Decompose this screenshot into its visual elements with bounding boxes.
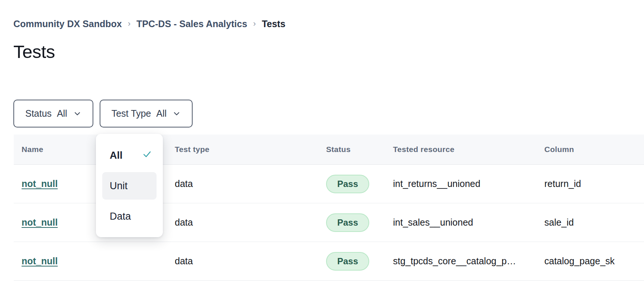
chevron-right-icon: › [253,19,256,29]
test-type-filter-button[interactable]: Test Type All [100,100,193,127]
breadcrumb-item-account[interactable]: Community DX Sandbox [13,19,122,29]
dropdown-option-label: Unit [110,180,128,192]
column-cell: catalog_page_sk [544,256,644,267]
status-badge: Pass [326,213,369,232]
dropdown-option-label: All [110,150,123,161]
check-icon [142,149,152,162]
page-title: Tests [13,41,644,62]
test-type-filter-label: Test Type [112,108,151,119]
column-header-column: Column [544,145,644,154]
test-name-link[interactable]: not_null [22,178,58,189]
test-type-cell: data [175,256,326,267]
chevron-right-icon: › [128,19,131,29]
dropdown-option-unit[interactable]: Unit [102,172,157,200]
test-name-link[interactable]: not_null [22,256,58,266]
tests-page: Community DX Sandbox › TPC-DS - Sales An… [0,0,644,281]
filter-bar: Status All Test Type All [13,100,193,127]
status-filter-label: Status [25,108,52,119]
test-type-filter-value: All [156,108,167,119]
dropdown-option-data[interactable]: Data [102,203,157,230]
column-header-test-type: Test type [175,145,326,154]
breadcrumb-item-current: Tests [262,19,285,29]
column-cell: sale_id [544,217,644,228]
dropdown-option-label: Data [110,211,131,222]
tested-resource-cell: int_sales__unioned [393,217,544,228]
table-row: not_null data Pass stg_tpcds_core__catal… [14,242,644,281]
test-name-link[interactable]: not_null [22,217,58,227]
status-badge: Pass [326,175,369,193]
column-cell: return_id [544,178,644,189]
test-type-dropdown-menu: All Unit Data [96,134,163,237]
status-badge: Pass [326,252,369,271]
status-filter-value: All [57,108,67,119]
test-type-cell: data [175,217,326,228]
breadcrumb: Community DX Sandbox › TPC-DS - Sales An… [0,0,644,29]
column-header-status: Status [326,145,393,154]
tested-resource-cell: stg_tpcds_core__catalog_p… [393,256,544,267]
test-type-cell: data [175,178,326,189]
tested-resource-cell: int_returns__unioned [393,178,544,189]
chevron-down-icon [173,110,181,118]
chevron-down-icon [73,110,81,118]
column-header-tested-resource: Tested resource [393,145,544,154]
dropdown-option-all[interactable]: All [102,142,157,169]
breadcrumb-item-project[interactable]: TPC-DS - Sales Analytics [136,19,247,29]
status-filter-button[interactable]: Status All [13,100,93,127]
